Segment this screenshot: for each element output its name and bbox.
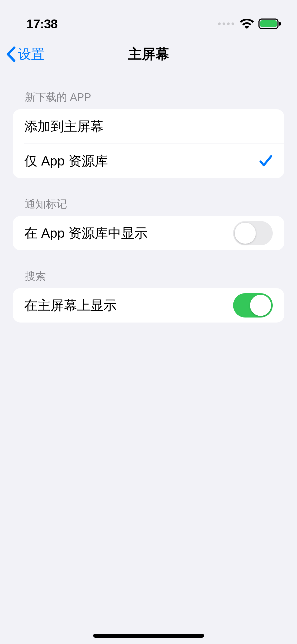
back-button[interactable]: 设置 [6,45,44,63]
switch-knob [235,223,256,244]
nav-bar: 设置 主屏幕 [0,37,297,71]
page-title: 主屏幕 [0,45,297,63]
row-show-in-library: 在 App 资源库中显示 [13,216,284,250]
section-header-search: 搜索 [25,269,284,283]
status-indicators [218,19,281,29]
svg-rect-1 [260,20,277,27]
status-time: 17:38 [26,17,58,31]
switch-knob [250,295,271,316]
back-label: 设置 [18,45,44,63]
group-search: 在主屏幕上显示 [13,288,284,323]
section-header-badges: 通知标记 [25,197,284,211]
group-badges: 在 App 资源库中显示 [13,216,284,250]
home-indicator[interactable] [93,634,204,638]
wifi-icon [240,19,254,29]
svg-rect-2 [279,22,281,26]
battery-icon [258,19,281,29]
option-label: 仅 App 资源库 [24,152,108,170]
chevron-left-icon [6,47,16,62]
row-show-on-home: 在主屏幕上显示 [13,288,284,323]
toggle-show-in-library[interactable] [233,221,273,245]
row-label: 在主屏幕上显示 [24,297,117,314]
row-label: 在 App 资源库中显示 [24,224,148,242]
option-add-to-home[interactable]: 添加到主屏幕 [13,109,284,144]
signal-dots-icon [218,22,234,25]
status-bar: 17:38 [0,0,297,37]
option-app-library-only[interactable]: 仅 App 资源库 [13,144,284,178]
option-label: 添加到主屏幕 [24,118,103,135]
section-header-new-apps: 新下载的 APP [25,90,284,104]
check-icon [259,155,273,167]
group-new-apps: 添加到主屏幕 仅 App 资源库 [13,109,284,178]
toggle-show-on-home[interactable] [233,293,273,318]
